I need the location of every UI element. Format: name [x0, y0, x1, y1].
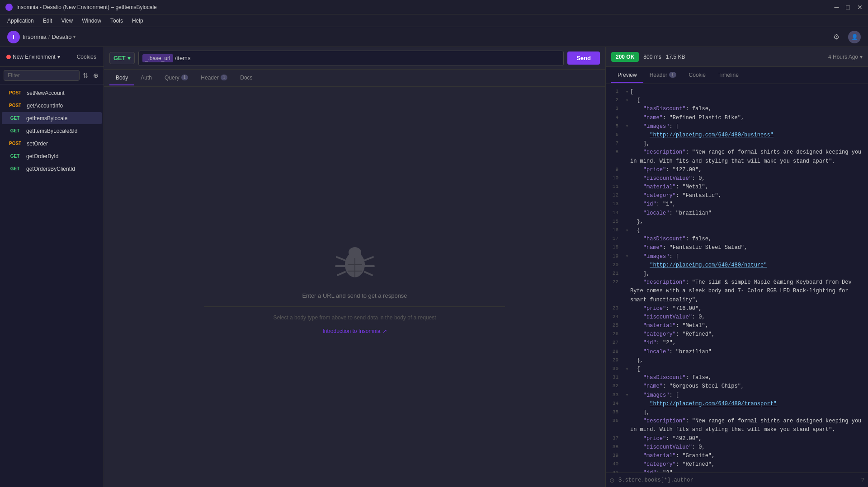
- collapse-icon: [624, 330, 630, 339]
- request-tab-header[interactable]: Header1: [194, 71, 234, 85]
- json-line: 22 "description": "The slim & simple Map…: [606, 278, 868, 304]
- collapse-icon[interactable]: ▾: [624, 365, 630, 374]
- json-line: 8 "description": "New range of formal sh…: [606, 148, 868, 165]
- json-view[interactable]: 1▾[2▾ {3 "hasDiscount": false,4 "name": …: [606, 84, 868, 473]
- maximize-button[interactable]: □: [846, 4, 850, 11]
- avatar[interactable]: 👤: [848, 31, 861, 43]
- method-badge: POST: [7, 89, 23, 96]
- method-badge: GET: [7, 127, 23, 134]
- breadcrumb: Insomnia / Desafio ▾: [23, 33, 75, 40]
- collapse-icon: [624, 148, 630, 165]
- json-line: 9 "price": "127.00",: [606, 166, 868, 174]
- response-tab-cookie[interactable]: Cookie: [683, 68, 712, 83]
- collapse-icon[interactable]: ▾: [624, 253, 630, 261]
- add-request-button[interactable]: ⊕: [92, 70, 100, 81]
- app-logo: I: [7, 31, 20, 43]
- send-button[interactable]: Send: [567, 52, 600, 65]
- collapse-icon[interactable]: ▾: [624, 391, 630, 400]
- request-item-getorderbyid[interactable]: GETgetOrderById: [2, 150, 102, 162]
- response-time: 800 ms: [643, 54, 661, 60]
- menubar-item-view[interactable]: View: [57, 16, 76, 26]
- close-button[interactable]: ✕: [857, 4, 863, 11]
- menubar-item-help[interactable]: Help: [128, 16, 147, 26]
- request-tab-auth[interactable]: Auth: [134, 71, 158, 85]
- svg-line-2: [337, 257, 345, 260]
- collapse-icon: [624, 140, 630, 148]
- json-line: 24 "discountValue": 0,: [606, 313, 868, 322]
- collapse-icon: [624, 374, 630, 382]
- json-line: 31 "hasDiscount": false,: [606, 374, 868, 382]
- method-chevron-icon: ▾: [127, 55, 131, 61]
- collapse-icon[interactable]: ▾: [624, 88, 630, 96]
- request-tab-docs[interactable]: Docs: [234, 71, 259, 85]
- collapse-icon: [624, 313, 630, 322]
- titlebar-controls[interactable]: ─ □ ✕: [835, 4, 863, 11]
- breadcrumb-project[interactable]: Desafio: [52, 33, 71, 40]
- main-layout: New Environment ▾ Cookies ⇅ ⊕ POSTsetNew…: [0, 47, 868, 487]
- response-panel: 200 OK 800 ms 17.5 KB 4 Hours Ago ▾ Prev…: [606, 47, 868, 487]
- app-header-right: ⚙ 👤: [830, 31, 861, 43]
- breadcrumb-app: Insomnia: [23, 33, 47, 40]
- request-item-setorder[interactable]: POSTsetOrder: [2, 137, 102, 150]
- collapse-icon: [624, 469, 630, 473]
- settings-button[interactable]: ⚙: [830, 31, 843, 43]
- request-item-getitemsbylocale[interactable]: GETgetItemsBylocale: [2, 112, 102, 124]
- tab-badge: 1: [669, 72, 676, 78]
- menubar-item-tools[interactable]: Tools: [107, 16, 127, 26]
- method-badge: POST: [7, 140, 23, 147]
- response-size: 17.5 KB: [666, 54, 685, 60]
- titlebar-title: Insomnia - Desafio (New Environment) – g…: [16, 4, 157, 10]
- chevron-down-icon[interactable]: ▾: [73, 34, 75, 39]
- svg-line-4: [338, 272, 345, 275]
- menubar-item-edit[interactable]: Edit: [39, 16, 56, 26]
- json-line: 4 "name": "Refined Plastic Bike",: [606, 114, 868, 122]
- app-icon: [5, 4, 13, 11]
- menubar-item-application[interactable]: Application: [4, 16, 38, 26]
- json-line: 33▾ "images": [: [606, 391, 868, 400]
- json-filter-input[interactable]: [618, 477, 858, 483]
- env-label: New Environment: [13, 54, 56, 60]
- collapse-icon: [624, 200, 630, 209]
- collapse-icon: [624, 304, 630, 313]
- request-sub: Select a body type from above to send da…: [273, 314, 436, 321]
- url-bar[interactable]: _.base_url /items: [138, 51, 564, 66]
- collapse-icon: [624, 322, 630, 330]
- time-ago: 4 Hours Ago ▾: [828, 54, 863, 60]
- collapse-icon: [624, 235, 630, 244]
- env-chevron-icon: ▾: [57, 54, 60, 60]
- method-badge: GET: [7, 153, 23, 159]
- response-tab-header[interactable]: Header1: [643, 68, 683, 83]
- filter-input[interactable]: [4, 70, 80, 81]
- filter-icon: ⊙: [609, 477, 615, 484]
- json-line: 21 ],: [606, 270, 868, 278]
- request-tab-query[interactable]: Query1: [158, 71, 194, 85]
- intro-link[interactable]: Introduction to Insomnia ↗: [322, 328, 387, 334]
- request-item-setnewaccount[interactable]: POSTsetNewAccount: [2, 87, 102, 99]
- request-item-getordersbyclientid[interactable]: GETgetOrdersByClientId: [2, 163, 102, 175]
- request-body: Enter a URL and send to get a response S…: [104, 87, 605, 487]
- request-item-getitemsbylocale&id[interactable]: GETgetItemsByLocale&Id: [2, 125, 102, 137]
- response-tab-preview[interactable]: Preview: [611, 68, 643, 83]
- request-name: getItemsByLocale&Id: [26, 128, 77, 134]
- collapse-icon[interactable]: ▾: [624, 122, 630, 131]
- minimize-button[interactable]: ─: [835, 4, 839, 11]
- json-line: 18 "name": "Fantastic Steel Salad",: [606, 244, 868, 252]
- menubar-item-window[interactable]: Window: [78, 16, 105, 26]
- collapse-icon[interactable]: ▾: [624, 226, 630, 235]
- response-tab-timeline[interactable]: Timeline: [712, 68, 745, 83]
- collapse-icon[interactable]: ▾: [624, 96, 630, 105]
- env-status-dot: [6, 55, 11, 59]
- request-tab-body[interactable]: Body: [109, 71, 134, 85]
- sort-button[interactable]: ⇅: [81, 70, 90, 81]
- cookies-button[interactable]: Cookies: [73, 52, 100, 62]
- json-line: 29 },: [606, 356, 868, 365]
- sidebar: New Environment ▾ Cookies ⇅ ⊕ POSTsetNew…: [0, 47, 104, 487]
- help-icon[interactable]: ?: [861, 477, 864, 483]
- environment-button[interactable]: New Environment ▾: [4, 52, 63, 62]
- method-selector[interactable]: GET ▾: [109, 52, 135, 64]
- collapse-icon: [624, 435, 630, 443]
- json-line: 3 "hasDiscount": false,: [606, 105, 868, 113]
- request-item-getaccountinfo[interactable]: POSTgetAccountInfo: [2, 99, 102, 112]
- json-line: 6 "http://placeimg.com/640/480/business": [606, 131, 868, 140]
- json-line: 32 "name": "Gorgeous Steel Chips",: [606, 382, 868, 391]
